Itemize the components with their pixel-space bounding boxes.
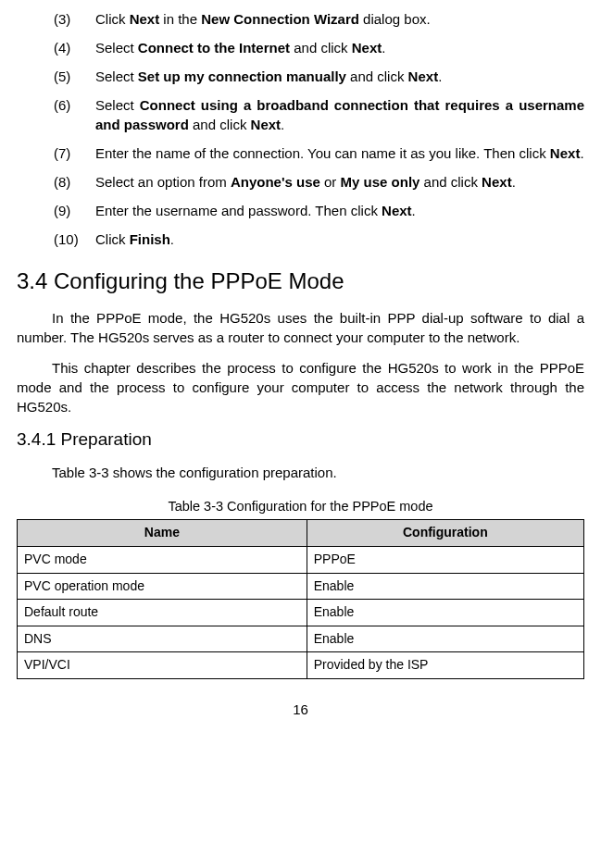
section-heading-3-4: 3.4 Configuring the PPPoE Mode <box>17 266 584 297</box>
step-9: (9) Enter the username and password. The… <box>54 201 584 220</box>
page-number: 16 <box>17 700 584 719</box>
step-num: (9) <box>54 201 95 220</box>
step-content: Select Connect to the Internet and click… <box>95 38 584 57</box>
step-num: (3) <box>54 9 95 29</box>
step-content: Select Set up my connection manually and… <box>95 67 584 86</box>
step-4: (4) Select Connect to the Internet and c… <box>54 38 584 57</box>
table-header-name: Name <box>18 520 307 547</box>
table-row: PVC operation mode Enable <box>18 573 584 600</box>
step-content: Click Finish. <box>95 229 584 249</box>
step-content: Select Connect using a broadband connect… <box>95 95 584 134</box>
step-num: (7) <box>54 143 95 163</box>
cell-name: DNS <box>18 626 307 652</box>
step-num: (5) <box>54 67 95 86</box>
table-row: PVC mode PPPoE <box>18 547 584 574</box>
cell-config: Enable <box>307 600 583 626</box>
step-5: (5) Select Set up my connection manually… <box>54 67 584 86</box>
table-row: Default route Enable <box>18 600 584 626</box>
step-num: (4) <box>54 38 95 57</box>
cell-config: Enable <box>307 626 583 652</box>
step-num: (10) <box>54 229 95 249</box>
step-6: (6) Select Connect using a broadband con… <box>54 95 584 134</box>
cell-name: Default route <box>18 600 307 626</box>
step-num: (8) <box>54 172 95 192</box>
cell-config: Provided by the ISP <box>307 652 583 679</box>
cell-config: Enable <box>307 573 583 600</box>
table-header-row: Name Configuration <box>18 520 584 547</box>
paragraph-chapter-description: This chapter describes the process to co… <box>17 358 584 416</box>
step-content: Click Next in the New Connection Wizard … <box>95 9 584 29</box>
step-7: (7) Enter the name of the connection. Yo… <box>54 143 584 163</box>
config-table: Name Configuration PVC mode PPPoE PVC op… <box>17 519 584 679</box>
table-header-configuration: Configuration <box>307 520 583 547</box>
step-content: Enter the name of the connection. You ca… <box>95 143 584 163</box>
step-8: (8) Select an option from Anyone's use o… <box>54 172 584 192</box>
step-3: (3) Click Next in the New Connection Wiz… <box>54 9 584 29</box>
numbered-steps-list: (3) Click Next in the New Connection Wiz… <box>54 9 584 249</box>
step-content: Enter the username and password. Then cl… <box>95 201 584 220</box>
table-row: VPI/VCI Provided by the ISP <box>18 652 584 679</box>
cell-name: PVC mode <box>18 547 307 574</box>
paragraph-table-reference: Table 3-3 shows the configuration prepar… <box>17 463 584 482</box>
paragraph-pppoe-intro: In the PPPoE mode, the HG520s uses the b… <box>17 308 584 347</box>
table-caption: Table 3-3 Configuration for the PPPoE mo… <box>17 497 584 515</box>
cell-name: PVC operation mode <box>18 573 307 600</box>
cell-config: PPPoE <box>307 547 583 574</box>
step-10: (10) Click Finish. <box>54 229 584 249</box>
step-num: (6) <box>54 95 95 134</box>
cell-name: VPI/VCI <box>18 652 307 679</box>
table-row: DNS Enable <box>18 626 584 652</box>
step-content: Select an option from Anyone's use or My… <box>95 172 584 192</box>
subsection-heading-3-4-1: 3.4.1 Preparation <box>17 428 584 453</box>
